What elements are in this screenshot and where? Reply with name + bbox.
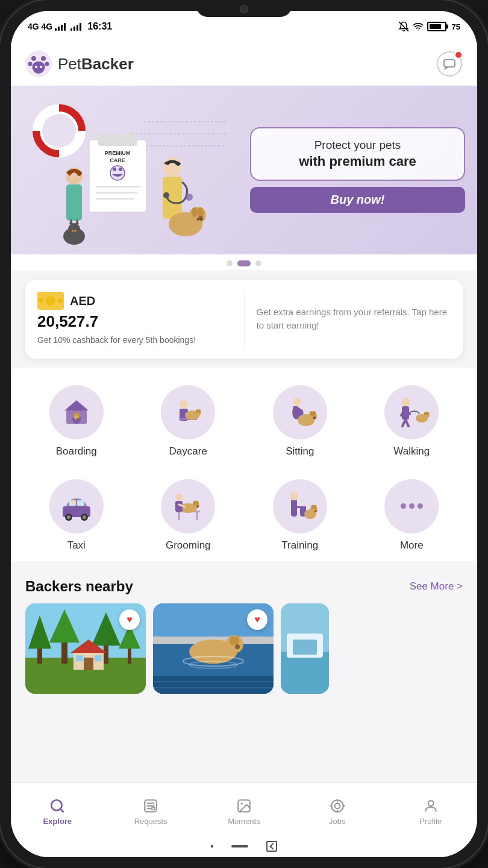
home-bar xyxy=(11,835,477,857)
banner-headline-line1: Protect your pets xyxy=(263,138,452,153)
earnings-amount: 20,527.7 xyxy=(37,312,232,331)
nav-moments-label: Moments xyxy=(228,817,260,826)
logo-area: PetBacker xyxy=(25,51,134,77)
promotional-banner[interactable]: PREMIUM CARE xyxy=(11,86,477,254)
svg-point-100 xyxy=(196,505,199,508)
banner-headline-line2: with premium care xyxy=(263,153,452,171)
svg-point-91 xyxy=(71,500,76,505)
nav-explore-label: Explore xyxy=(43,817,72,826)
service-walking-icon xyxy=(384,385,439,439)
notch xyxy=(196,0,292,17)
svg-rect-17 xyxy=(98,134,137,146)
service-boarding[interactable]: Boarding xyxy=(20,378,133,467)
petbacker-logo-icon xyxy=(25,51,52,77)
backer-card-3[interactable] xyxy=(281,603,329,694)
explore-icon xyxy=(49,797,66,814)
service-taxi-label: Taxi xyxy=(67,539,86,552)
banner-text-box: Protect your pets with premium care xyxy=(250,127,465,181)
svg-point-32 xyxy=(189,207,206,224)
svg-point-34 xyxy=(192,207,198,217)
banner-dot-1 xyxy=(227,260,233,266)
services-grid-row2: Taxi xyxy=(11,472,477,561)
referral-text: Get extra earnings from your referrals. … xyxy=(257,306,451,333)
nav-moments[interactable]: Moments xyxy=(198,783,291,835)
svg-point-110 xyxy=(314,510,317,512)
service-more[interactable]: More xyxy=(356,472,468,561)
nav-requests[interactable]: Requests xyxy=(104,783,198,835)
svg-point-71 xyxy=(313,416,316,419)
taxi-svg xyxy=(55,485,98,527)
nav-explore[interactable]: Explore xyxy=(11,783,104,835)
service-walking-label: Walking xyxy=(393,445,430,458)
svg-point-7 xyxy=(35,66,37,68)
wifi-icon xyxy=(413,21,424,32)
svg-rect-125 xyxy=(95,655,102,661)
svg-rect-142 xyxy=(293,640,317,655)
svg-point-39 xyxy=(68,223,80,235)
svg-point-66 xyxy=(293,398,301,406)
signal-bar2-3 xyxy=(77,25,78,31)
banner-svg-illustration: PREMIUM CARE xyxy=(23,98,228,254)
svg-rect-140 xyxy=(281,652,329,694)
mute-icon xyxy=(398,21,409,32)
svg-point-82 xyxy=(424,412,427,415)
backer-card-2[interactable]: ♥ xyxy=(153,603,274,694)
earnings-card[interactable]: AED 20,527.7 Get 10% cashback for every … xyxy=(25,280,463,359)
svg-point-55 xyxy=(77,412,80,416)
backers-section-header: Backers nearby See More > xyxy=(11,566,477,603)
service-grooming-icon xyxy=(161,479,215,533)
svg-point-20 xyxy=(110,166,125,180)
service-walking[interactable]: Walking xyxy=(356,378,468,467)
nav-jobs[interactable]: Jobs xyxy=(290,783,384,835)
chat-button[interactable] xyxy=(436,51,463,77)
service-daycare[interactable]: Daycare xyxy=(133,378,245,467)
earnings-cashback-note: Get 10% cashback for every 5th bookings! xyxy=(37,335,232,347)
back-chevron xyxy=(269,843,276,849)
buy-now-button[interactable]: Buy now! xyxy=(250,187,465,213)
app-header: PetBacker xyxy=(11,42,477,86)
banner-pagination xyxy=(11,254,477,270)
battery-tip xyxy=(446,25,448,29)
time-display: 16:31 xyxy=(87,21,112,32)
svg-rect-86 xyxy=(77,500,84,506)
service-taxi-icon xyxy=(49,479,104,533)
svg-point-46 xyxy=(46,296,55,306)
service-boarding-icon xyxy=(49,385,104,439)
svg-point-37 xyxy=(201,219,202,221)
signal-bar2-2 xyxy=(74,27,75,31)
svg-point-1 xyxy=(418,30,419,31)
backer-2-favorite-button[interactable]: ♥ xyxy=(247,609,267,630)
service-daycare-icon xyxy=(161,385,215,439)
service-grooming-label: Grooming xyxy=(166,539,211,552)
earnings-referral-panel: Get extra earnings from your referrals. … xyxy=(245,292,451,347)
svg-point-146 xyxy=(241,803,243,805)
svg-point-36 xyxy=(197,219,199,221)
service-more-label: More xyxy=(400,539,424,552)
svg-rect-136 xyxy=(153,676,274,694)
service-training-label: Training xyxy=(281,539,318,552)
nav-profile[interactable]: Profile xyxy=(384,783,477,835)
svg-point-90 xyxy=(83,515,86,519)
bottom-navigation: Explore Requests xyxy=(11,782,477,835)
earnings-left-panel: AED 20,527.7 Get 10% cashback for every … xyxy=(37,292,245,347)
services-container: Boarding xyxy=(11,368,477,561)
service-sitting[interactable]: Sitting xyxy=(244,378,356,467)
service-taxi[interactable]: Taxi xyxy=(20,472,133,561)
service-sitting-icon xyxy=(273,385,327,439)
svg-point-99 xyxy=(193,500,196,505)
svg-point-44 xyxy=(186,193,193,201)
currency-label: AED xyxy=(70,294,95,308)
heart-icon: ♥ xyxy=(127,614,133,625)
service-training[interactable]: Training xyxy=(244,472,356,561)
backer-1-favorite-button[interactable]: ♥ xyxy=(119,609,140,630)
network-label: 4G 4G xyxy=(28,22,52,31)
home-indicator-bar xyxy=(231,845,248,848)
nav-jobs-label: Jobs xyxy=(329,817,345,826)
backer-card-1[interactable]: ♥ xyxy=(25,603,146,694)
svg-point-15 xyxy=(42,114,76,148)
boarding-svg xyxy=(55,391,98,433)
service-grooming[interactable]: Grooming xyxy=(133,472,245,561)
backers-section-title: Backers nearby xyxy=(25,578,133,595)
svg-point-88 xyxy=(67,515,70,519)
see-more-link[interactable]: See More > xyxy=(410,580,463,593)
